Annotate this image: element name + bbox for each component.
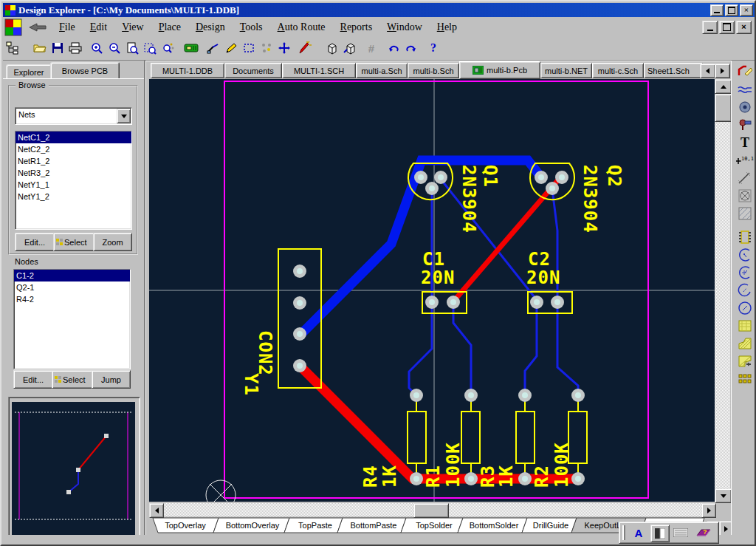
net-list-item[interactable]: NetC1_2 xyxy=(16,132,131,143)
doc-tab-sheet1-sch[interactable]: Sheet1.Sch xyxy=(644,63,703,78)
explorer-panel-toggle-icon[interactable] xyxy=(4,39,21,57)
place-component-icon[interactable] xyxy=(736,229,754,245)
menu-auto-route[interactable]: Auto Route xyxy=(270,20,333,35)
place-arc-center-icon[interactable] xyxy=(736,265,754,281)
pads[interactable] xyxy=(293,171,585,485)
panel-splitter[interactable] xyxy=(144,61,146,545)
node-list-item[interactable]: R4-2 xyxy=(14,293,130,305)
string-tool-icon[interactable]: A xyxy=(630,525,647,541)
close-button[interactable]: × xyxy=(740,4,753,16)
browse-components-icon[interactable] xyxy=(182,39,200,57)
move-item-icon[interactable] xyxy=(258,39,275,57)
cursor-jump-icon[interactable] xyxy=(275,39,293,57)
menu-tools[interactable]: Tools xyxy=(233,20,270,35)
net-edit-button[interactable]: Edit... xyxy=(15,233,55,251)
zoom-full-document-icon[interactable] xyxy=(123,39,141,57)
print-icon[interactable] xyxy=(66,39,84,57)
node-list-item[interactable]: C1-2 xyxy=(14,270,130,281)
library-edit-icon[interactable] xyxy=(341,39,359,57)
zoom-selection-icon[interactable] xyxy=(159,39,176,57)
layer-tab-bottomsolder[interactable]: BottomSolder xyxy=(458,518,527,533)
session-arrow-icon[interactable] xyxy=(28,22,47,33)
scroll-up-button[interactable] xyxy=(715,79,732,94)
scroll-left-button[interactable] xyxy=(149,503,164,518)
layer-tab-topoverlay[interactable]: TopOverlay xyxy=(153,518,219,533)
undo-icon[interactable] xyxy=(385,39,402,57)
place-arc-angle-icon[interactable] xyxy=(736,282,754,298)
place-fill-icon[interactable] xyxy=(736,318,754,334)
place-polygon-plane-icon[interactable] xyxy=(736,335,754,352)
snap-grid-icon[interactable]: # xyxy=(362,39,380,57)
horizontal-scrollbar[interactable] xyxy=(149,503,715,516)
menu-window[interactable]: Window xyxy=(379,20,430,35)
net-list-item[interactable]: NetC2_2 xyxy=(16,143,131,155)
redo-icon[interactable] xyxy=(402,39,420,57)
layer-tab-topsolder[interactable]: TopSolder xyxy=(401,518,463,533)
place-room-icon[interactable] xyxy=(736,188,754,204)
help-icon[interactable]: ? xyxy=(425,39,442,57)
layer-tab-bottompaste[interactable]: BottomPaste xyxy=(337,518,406,533)
scroll-down-button[interactable] xyxy=(715,488,732,503)
zoom-area-icon[interactable] xyxy=(141,39,159,57)
doc-tab-documents[interactable]: Documents xyxy=(224,63,282,78)
menu-place[interactable]: Place xyxy=(151,20,188,35)
browse-mode-dropdown[interactable]: Nets xyxy=(15,107,132,125)
menu-reports[interactable]: Reports xyxy=(333,20,380,35)
wizard-icon[interactable] xyxy=(296,39,314,57)
place-coordinate-icon[interactable]: 10,10 xyxy=(736,152,754,168)
nodes-list[interactable]: C1-2 Q2-1 R4-2 xyxy=(13,269,131,369)
doc-tab-multic-sch[interactable]: multi-c.Sch xyxy=(592,63,644,78)
doc-tab-multi1sch[interactable]: MULTI-1.SCH xyxy=(282,63,356,78)
zoom-out-icon[interactable] xyxy=(106,39,123,57)
menu-edit[interactable]: Edit xyxy=(83,20,114,35)
net-select-button[interactable]: Select xyxy=(53,233,97,251)
layer-color-icon[interactable] xyxy=(650,525,670,542)
nets-list[interactable]: NetC1_2 NetC2_2 NetR1_2 NetR3_2 NetY1_1 … xyxy=(15,131,132,230)
toolbar-grip[interactable] xyxy=(622,525,625,540)
node-list-item[interactable]: Q2-1 xyxy=(14,281,130,293)
minimap[interactable] xyxy=(12,402,135,535)
keyboard-icon[interactable] xyxy=(671,525,690,541)
place-pad-array-icon[interactable] xyxy=(736,371,754,387)
net-zoom-button[interactable]: Zoom xyxy=(93,233,132,251)
menu-file[interactable]: File xyxy=(52,20,83,35)
node-jump-button[interactable]: Jump xyxy=(92,370,131,389)
layer-tab-toppaste[interactable]: TopPaste xyxy=(284,518,343,533)
place-track-icon[interactable] xyxy=(736,64,754,80)
layer-tab-bottomoverlay[interactable]: BottomOverlay xyxy=(213,518,289,533)
place-curves-icon[interactable] xyxy=(736,81,754,98)
drawing-tools-icon[interactable] xyxy=(222,39,240,57)
horizontal-scroll-thumb[interactable] xyxy=(413,503,449,518)
place-via-icon[interactable] xyxy=(736,117,754,133)
place-pad-icon[interactable] xyxy=(736,99,754,115)
mini-toolbar[interactable]: A ? xyxy=(619,522,719,544)
doc-tab-scroll-left-button[interactable] xyxy=(700,64,715,78)
dropdown-arrow-button[interactable] xyxy=(117,109,131,123)
node-edit-button[interactable]: Edit... xyxy=(13,370,53,389)
mdi-restore-button[interactable] xyxy=(719,21,735,34)
net-list-item[interactable]: NetY1_2 xyxy=(16,191,131,202)
net-list-item[interactable]: NetR1_2 xyxy=(16,155,131,167)
place-full-circle-icon[interactable] xyxy=(736,300,754,316)
menu-help[interactable]: Help xyxy=(430,20,464,35)
select-area-icon[interactable] xyxy=(240,39,258,57)
title-bar[interactable]: Design Explorer - [C:\My Documents\MULTI… xyxy=(3,3,755,17)
open-document-icon[interactable] xyxy=(31,39,49,57)
node-select-button[interactable]: Select xyxy=(52,370,95,389)
minimize-button[interactable] xyxy=(710,4,724,16)
tab-browse-pcb[interactable]: Browse PCB xyxy=(50,62,120,79)
place-split-plane-icon[interactable] xyxy=(736,353,754,369)
place-string-icon[interactable]: T xyxy=(736,134,754,151)
place-arc-edge-icon[interactable] xyxy=(736,247,754,263)
net-list-item[interactable]: NetR3_2 xyxy=(16,167,131,179)
layer-tab-drillguide[interactable]: DrillGuide xyxy=(522,518,577,533)
place-hatched-fill-icon[interactable] xyxy=(736,205,754,222)
menu-design[interactable]: Design xyxy=(188,20,233,35)
place-dimension-icon[interactable] xyxy=(736,170,754,186)
pcb-canvas[interactable]: 2N3904 Q1 2N3904 Q2 C1 20N C2 20N CON2 Y… xyxy=(149,79,715,502)
doc-tab-multib-sch[interactable]: multi-b.Sch xyxy=(408,63,459,78)
keepout-boundary[interactable] xyxy=(224,81,648,498)
net-list-item[interactable]: NetY1_1 xyxy=(16,179,131,191)
save-icon[interactable] xyxy=(49,39,66,57)
help-book-icon[interactable]: ? xyxy=(693,525,714,541)
